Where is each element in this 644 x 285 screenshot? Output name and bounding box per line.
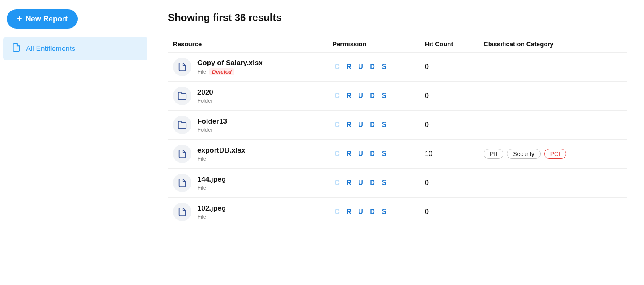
- category-cell: [479, 198, 627, 227]
- crud-c: C: [332, 150, 342, 158]
- category-cell: [479, 111, 627, 140]
- category-tag[interactable]: PCI: [544, 149, 566, 159]
- document-icon: [12, 43, 21, 54]
- hit-count-cell: 0: [420, 82, 479, 111]
- resource-cell: 2020 Folder: [168, 82, 327, 111]
- folder-icon: [173, 87, 191, 105]
- crud-u: U: [356, 63, 365, 71]
- main-content: Showing first 36 results Resource Permis…: [151, 0, 644, 285]
- category-tag[interactable]: Security: [507, 149, 541, 159]
- crud-d: D: [368, 92, 377, 100]
- col-header-hit-count: Hit Count: [420, 36, 479, 52]
- crud-s: S: [380, 179, 389, 187]
- table-row[interactable]: Copy of Salary.xlsx File Deleted C R U D…: [168, 52, 627, 82]
- resource-name: Folder13: [197, 117, 227, 126]
- cruds-group: C R U D S: [332, 208, 415, 216]
- resource-type-label: File: [197, 214, 206, 220]
- crud-u: U: [356, 150, 365, 158]
- permission-cell: C R U D S: [327, 52, 420, 82]
- crud-u: U: [356, 92, 365, 100]
- table-row[interactable]: 2020 Folder C R U D S 0: [168, 82, 627, 111]
- crud-d: D: [368, 121, 377, 129]
- resource-subtype: File: [197, 185, 226, 191]
- plus-icon: +: [17, 13, 22, 24]
- permission-cell: C R U D S: [327, 169, 420, 198]
- cruds-group: C R U D S: [332, 150, 415, 158]
- resource-name: 144.jpeg: [197, 175, 226, 184]
- hit-count-value: 0: [425, 63, 429, 70]
- category-cell: [479, 52, 627, 82]
- category-tag[interactable]: PII: [484, 149, 503, 159]
- deleted-badge: Deleted: [209, 68, 234, 75]
- resource-type-label: Folder: [197, 127, 213, 133]
- resource-cell: Copy of Salary.xlsx File Deleted: [168, 52, 327, 82]
- resource-type-label: File: [197, 156, 206, 162]
- hit-count-value: 10: [425, 150, 432, 157]
- hit-count-value: 0: [425, 92, 429, 99]
- crud-r: R: [344, 121, 353, 129]
- crud-s: S: [380, 150, 389, 158]
- file-icon: [173, 145, 191, 163]
- category-tags-group: PIISecurityPCI: [484, 149, 622, 159]
- crud-s: S: [380, 92, 389, 100]
- hit-count-cell: 0: [420, 169, 479, 198]
- table-row[interactable]: exportDB.xlsx File C R U D S 10PIISecuri…: [168, 140, 627, 169]
- crud-c: C: [332, 121, 342, 129]
- crud-d: D: [368, 150, 377, 158]
- folder-icon: [173, 116, 191, 134]
- crud-r: R: [344, 208, 353, 216]
- file-icon: [173, 58, 191, 76]
- crud-c: C: [332, 208, 342, 216]
- hit-count-value: 0: [425, 208, 429, 215]
- resource-cell: 144.jpeg File: [168, 169, 327, 198]
- resource-subtype: File: [197, 156, 245, 162]
- crud-u: U: [356, 208, 365, 216]
- table-row[interactable]: 144.jpeg File C R U D S 0: [168, 169, 627, 198]
- table-row[interactable]: Folder13 Folder C R U D S 0: [168, 111, 627, 140]
- category-cell: PIISecurityPCI: [479, 140, 627, 169]
- crud-r: R: [344, 92, 353, 100]
- crud-s: S: [380, 208, 389, 216]
- new-report-button[interactable]: + New Report: [7, 9, 78, 29]
- permission-cell: C R U D S: [327, 140, 420, 169]
- crud-s: S: [380, 121, 389, 129]
- crud-d: D: [368, 208, 377, 216]
- cruds-group: C R U D S: [332, 179, 415, 187]
- results-title: Showing first 36 results: [168, 12, 627, 24]
- file-icon: [173, 174, 191, 192]
- crud-r: R: [344, 63, 353, 71]
- entitlements-table: Resource Permission Hit Count Classifica…: [168, 36, 627, 226]
- crud-r: R: [344, 179, 353, 187]
- file-icon: [173, 203, 191, 221]
- resource-subtype: Folder: [197, 98, 213, 104]
- table-row[interactable]: 102.jpeg File C R U D S 0: [168, 198, 627, 227]
- hit-count-cell: 0: [420, 111, 479, 140]
- permission-cell: C R U D S: [327, 82, 420, 111]
- app-layout: + New Report All Entitlements Showing fi…: [0, 0, 644, 285]
- hit-count-cell: 0: [420, 198, 479, 227]
- col-header-resource: Resource: [168, 36, 327, 52]
- cruds-group: C R U D S: [332, 63, 415, 71]
- resource-name: 2020: [197, 88, 213, 97]
- crud-c: C: [332, 92, 342, 100]
- permission-cell: C R U D S: [327, 198, 420, 227]
- resource-type-label: Folder: [197, 98, 213, 104]
- resource-cell: exportDB.xlsx File: [168, 140, 327, 169]
- resource-type-label: File: [197, 185, 206, 191]
- hit-count-cell: 10: [420, 140, 479, 169]
- resource-name: Copy of Salary.xlsx: [197, 59, 263, 67]
- cruds-group: C R U D S: [332, 92, 415, 100]
- permission-cell: C R U D S: [327, 111, 420, 140]
- crud-c: C: [332, 63, 342, 71]
- hit-count-cell: 0: [420, 52, 479, 82]
- crud-s: S: [380, 63, 389, 71]
- resource-cell: Folder13 Folder: [168, 111, 327, 140]
- resource-name: 102.jpeg: [197, 204, 226, 213]
- crud-c: C: [332, 179, 342, 187]
- sidebar-item-all-entitlements[interactable]: All Entitlements: [3, 37, 147, 60]
- resource-subtype: File Deleted: [197, 68, 263, 75]
- resource-name: exportDB.xlsx: [197, 146, 245, 155]
- resource-subtype: Folder: [197, 127, 227, 133]
- resource-cell: 102.jpeg File: [168, 198, 327, 227]
- sidebar-item-label: All Entitlements: [26, 45, 75, 53]
